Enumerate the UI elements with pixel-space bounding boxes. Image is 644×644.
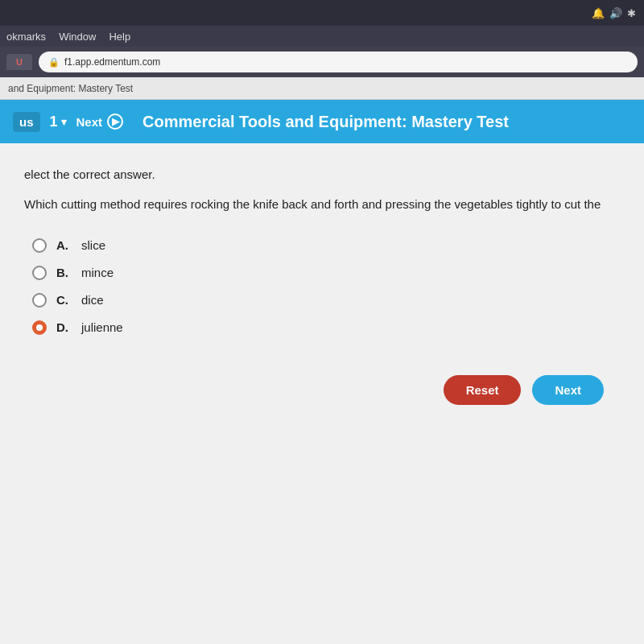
radio-A[interactable] [32, 238, 47, 253]
option-B-text: mince [81, 266, 114, 279]
option-D-text: julienne [81, 320, 123, 334]
address-bar[interactable]: 🔒 f1.app.edmentum.com [39, 52, 638, 72]
header-next-button[interactable]: Next ▶ [76, 114, 124, 130]
tab-shield-icon: U [16, 57, 23, 67]
lock-icon: 🔒 [48, 57, 60, 68]
option-D[interactable]: D. julienne [32, 320, 620, 335]
option-C-label: C. [56, 293, 68, 307]
option-B-label: B. [56, 266, 68, 279]
radio-D-inner [36, 324, 43, 331]
main-content: elect the correct answer. Which cutting … [0, 143, 644, 644]
header-next-label: Next [76, 115, 103, 129]
volume-icon: 🔊 [609, 7, 622, 19]
buttons-row: Reset Next [24, 375, 620, 405]
instruction-text: elect the correct answer. [24, 167, 620, 181]
next-button[interactable]: Next [532, 375, 604, 405]
bluetooth-icon: ✱ [627, 7, 636, 19]
menu-window[interactable]: Window [59, 31, 96, 43]
menu-bar: okmarks Window Help [0, 26, 644, 47]
option-A-label: A. [56, 238, 68, 252]
menu-help[interactable]: Help [109, 31, 130, 43]
option-A-text: slice [81, 238, 105, 252]
question-number[interactable]: 1 ▾ [50, 114, 67, 130]
question-text: Which cutting method requires rocking th… [24, 196, 620, 214]
notification-icon: 🔔 [592, 7, 605, 19]
radio-B[interactable] [32, 266, 47, 280]
url-text: f1.app.edmentum.com [64, 56, 160, 68]
browser-tab[interactable]: U [6, 54, 32, 70]
option-B[interactable]: B. mince [32, 266, 620, 280]
reset-button[interactable]: Reset [444, 375, 522, 405]
radio-C[interactable] [32, 293, 47, 308]
tab-title-text: and Equipment: Mastery Test [8, 83, 133, 94]
option-C-text: dice [81, 293, 104, 307]
page-title: Commercial Tools and Equipment: Mastery … [142, 113, 509, 131]
menu-bookmarks[interactable]: okmarks [6, 31, 46, 43]
nav-label: us [13, 112, 40, 132]
chevron-down-icon: ▾ [61, 116, 67, 128]
os-bar-icons: 🔔 🔊 ✱ [592, 7, 636, 19]
options-list: A. slice B. mince C. dice D. julienne [32, 238, 620, 335]
app-header: us 1 ▾ Next ▶ Commercial Tools and Equip… [0, 100, 644, 143]
question-number-text: 1 [50, 114, 58, 130]
next-arrow-icon: ▶ [107, 114, 123, 130]
browser-chrome: U 🔒 f1.app.edmentum.com [0, 47, 644, 77]
option-C[interactable]: C. dice [32, 293, 620, 308]
option-A[interactable]: A. slice [32, 238, 620, 253]
option-D-label: D. [56, 320, 68, 334]
os-bar: 🔔 🔊 ✱ [0, 0, 644, 26]
tab-title-bar: and Equipment: Mastery Test [0, 77, 644, 100]
radio-D[interactable] [32, 320, 47, 335]
